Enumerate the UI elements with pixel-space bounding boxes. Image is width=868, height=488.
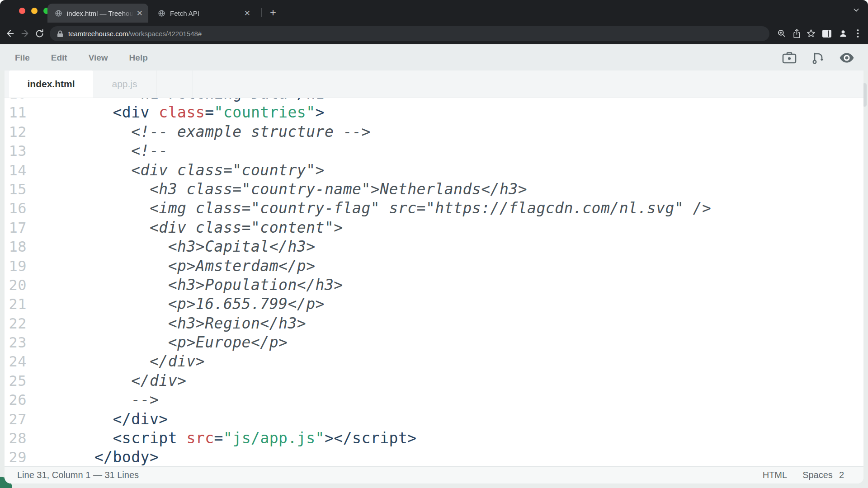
code-text: <script src="js/app.js"></script>: [76, 429, 417, 448]
code-line[interactable]: 19 <p>Amsterdam</p>: [5, 257, 863, 276]
line-number: 29: [5, 448, 27, 466]
code-text: <div class="countries">: [76, 103, 325, 122]
reload-button[interactable]: [33, 27, 46, 40]
menu-file[interactable]: File: [15, 53, 30, 63]
code-line[interactable]: 24 </div>: [5, 352, 863, 371]
code-line[interactable]: 22 <h3>Region</h3>: [5, 314, 863, 333]
code-text: <div class="content">: [76, 218, 343, 237]
code-line[interactable]: 26 -->: [5, 390, 863, 409]
code-line[interactable]: 12 <!-- example structure -->: [5, 122, 863, 141]
code-text: </div>: [76, 352, 205, 371]
close-tab-icon[interactable]: ✕: [137, 9, 143, 17]
browser-menu-kebab-icon[interactable]: [851, 27, 864, 40]
globe-favicon-icon: [158, 9, 165, 17]
code-line[interactable]: 23 <p>Europe</p>: [5, 333, 863, 352]
code-line[interactable]: 13 <!--: [5, 141, 863, 160]
back-button[interactable]: [4, 27, 17, 40]
code-line[interactable]: 18 <h3>Capital</h3>: [5, 237, 863, 256]
line-number: 17: [5, 218, 27, 237]
line-number: 16: [5, 199, 27, 218]
line-number: 27: [5, 410, 27, 429]
file-tab-index-html[interactable]: index.html: [9, 70, 93, 98]
line-number: 20: [5, 276, 27, 295]
fork-workspace-icon[interactable]: [811, 51, 825, 65]
code-text: </div>: [76, 410, 168, 429]
code-editor[interactable]: 10 <h1>Fetching Data</h1>11 <div class="…: [5, 98, 863, 466]
code-line[interactable]: 15 <h3 class="country-name">Netherlands<…: [5, 180, 863, 199]
line-number: 12: [5, 122, 27, 141]
code-lines: 10 <h1>Fetching Data</h1>11 <div class="…: [5, 98, 863, 466]
indent-label: Spaces: [802, 470, 833, 480]
line-number: 24: [5, 352, 27, 371]
code-text: <!--: [76, 141, 168, 160]
indent-settings-button[interactable]: Spaces 2: [802, 470, 844, 480]
window-controls: [19, 8, 50, 14]
code-line[interactable]: 21 <p>16.655.799</p>: [5, 295, 863, 314]
line-number: 25: [5, 371, 27, 390]
browser-window: index.html — Treehouse Works ✕ Fetch API…: [0, 0, 868, 488]
code-line[interactable]: 14 <div class="country">: [5, 161, 863, 180]
code-text: </body>: [76, 448, 159, 466]
code-text: <!-- example structure -->: [76, 122, 371, 141]
profile-avatar-icon[interactable]: [836, 27, 850, 40]
code-line[interactable]: 16 <img class="country-flag" src="https:…: [5, 199, 863, 218]
code-line[interactable]: 17 <div class="content">: [5, 218, 863, 237]
code-text: <h3>Capital</h3>: [76, 237, 316, 256]
line-number: 28: [5, 429, 27, 448]
code-text: -->: [76, 390, 159, 409]
code-text: <h3>Region</h3>: [76, 314, 306, 333]
line-number: 22: [5, 314, 27, 333]
browser-tab-fetch-api[interactable]: Fetch API ✕: [151, 4, 256, 23]
lock-icon: [57, 30, 63, 38]
preview-eye-icon[interactable]: [839, 52, 854, 63]
code-line[interactable]: 25 </div>: [5, 371, 863, 390]
bookmark-star-icon[interactable]: [804, 27, 818, 40]
code-text: <p>Europe</p>: [76, 333, 288, 352]
editor-file-tabs: index.html app.js: [5, 70, 863, 98]
zoom-icon[interactable]: [775, 27, 788, 40]
menu-view[interactable]: View: [89, 53, 108, 63]
cursor-position-status: Line 31, Column 1 — 31 Lines: [17, 470, 139, 480]
code-line[interactable]: 10 <h1>Fetching Data</h1>: [5, 98, 863, 103]
code-line[interactable]: 29 </body>: [5, 448, 863, 466]
file-tab-app-js[interactable]: app.js: [93, 70, 156, 98]
line-number: 23: [5, 333, 27, 352]
close-window-button[interactable]: [19, 8, 25, 14]
file-tab-separator: [192, 70, 193, 98]
globe-favicon-icon: [55, 9, 62, 17]
minimize-window-button[interactable]: [31, 8, 38, 14]
close-tab-icon[interactable]: ✕: [244, 9, 250, 17]
address-bar[interactable]: teamtreehouse.com/workspaces/42201548#: [50, 26, 769, 41]
browser-tab-index-html[interactable]: index.html — Treehouse Works ✕: [47, 4, 148, 23]
code-text: <h3>Population</h3>: [76, 276, 343, 295]
editor-panel: index.html app.js 10 <h1>Fetching Data</…: [5, 70, 863, 483]
url-host: teamtreehouse.com: [68, 30, 128, 38]
menu-edit[interactable]: Edit: [51, 53, 67, 63]
code-line[interactable]: 28 <script src="js/app.js"></script>: [5, 429, 863, 448]
line-number: 19: [5, 257, 27, 276]
line-number: 18: [5, 237, 27, 256]
snapshot-camera-icon[interactable]: [782, 52, 797, 64]
url-path: /workspaces/42201548#: [128, 30, 202, 38]
forward-button[interactable]: [18, 27, 32, 40]
share-icon[interactable]: [790, 27, 803, 40]
language-mode-button[interactable]: HTML: [763, 470, 787, 480]
menu-help[interactable]: Help: [129, 53, 148, 63]
tab-search-chevron-icon[interactable]: [853, 6, 860, 14]
code-line[interactable]: 20 <h3>Population</h3>: [5, 276, 863, 295]
line-number: 11: [5, 103, 27, 122]
browser-tabstrip: index.html — Treehouse Works ✕ Fetch API…: [0, 0, 868, 23]
code-text: <p>16.655.799</p>: [76, 295, 325, 314]
workspace-menubar: File Edit View Help: [0, 45, 868, 70]
editor-statusbar: Line 31, Column 1 — 31 Lines HTML Spaces…: [5, 466, 863, 483]
tab-separator: [261, 8, 262, 17]
code-line[interactable]: 27 </div>: [5, 410, 863, 429]
new-tab-button[interactable]: +: [266, 5, 280, 20]
line-number: 14: [5, 161, 27, 180]
code-text: <h1>Fetching Data</h1>: [76, 98, 334, 103]
code-text: <p>Amsterdam</p>: [76, 257, 316, 276]
line-number: 13: [5, 141, 27, 160]
code-text: </div>: [76, 371, 186, 390]
code-line[interactable]: 11 <div class="countries">: [5, 103, 863, 122]
side-panel-icon[interactable]: [820, 27, 834, 40]
